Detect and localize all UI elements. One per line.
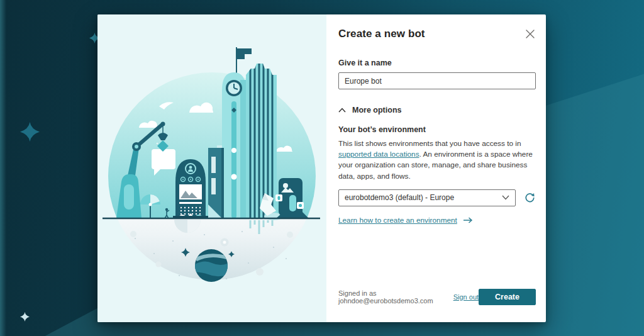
refresh-environments-button[interactable] — [524, 192, 536, 204]
refresh-icon — [524, 192, 536, 204]
sparkle-icon — [20, 312, 30, 324]
more-options-label: More options — [352, 106, 401, 115]
background-edge-glow — [0, 0, 6, 336]
close-icon — [526, 30, 535, 38]
learn-create-environment-link[interactable]: Learn how to create an environment — [338, 216, 457, 225]
city-illustration — [97, 14, 326, 322]
more-options-toggle[interactable]: More options — [338, 106, 536, 115]
environment-selected-value: eurobotdemo3 (default) - Europe — [345, 193, 454, 202]
chevron-up-icon — [338, 108, 346, 113]
app-background: { "dialog": { "title": "Create a new bot… — [0, 0, 644, 336]
skyscraper-graphic — [246, 59, 277, 218]
name-field-label: Give it a name — [338, 59, 536, 67]
close-button[interactable] — [525, 28, 536, 40]
supported-data-locations-link[interactable]: supported data locations — [338, 150, 419, 159]
environment-dropdown[interactable]: eurobotdemo3 (default) - Europe — [338, 189, 516, 206]
create-bot-dialog: Create a new bot Give it a name More opt… — [97, 14, 546, 322]
dialog-footer: Signed in as johndoe@eurobotsdemo3.com S… — [338, 289, 536, 305]
sign-out-link[interactable]: Sign out — [453, 293, 479, 301]
sparkle-icon — [20, 122, 40, 144]
bot-name-input[interactable] — [338, 72, 536, 89]
dialog-title: Create a new bot — [338, 28, 425, 40]
signed-in-text: Signed in as johndoe@eurobotsdemo3.com — [338, 289, 445, 305]
environment-heading: Your bot’s environment — [338, 125, 536, 134]
chevron-down-icon — [502, 195, 509, 200]
environment-description: This list shows environments that you ha… — [338, 138, 536, 182]
building-graphic — [208, 148, 224, 218]
dialog-form: Create a new bot Give it a name More opt… — [326, 14, 550, 322]
description-text: This list shows environments that you ha… — [338, 139, 521, 148]
arrow-right-icon — [463, 217, 473, 223]
dome-building-graphic — [173, 159, 208, 218]
create-button[interactable]: Create — [479, 289, 536, 305]
